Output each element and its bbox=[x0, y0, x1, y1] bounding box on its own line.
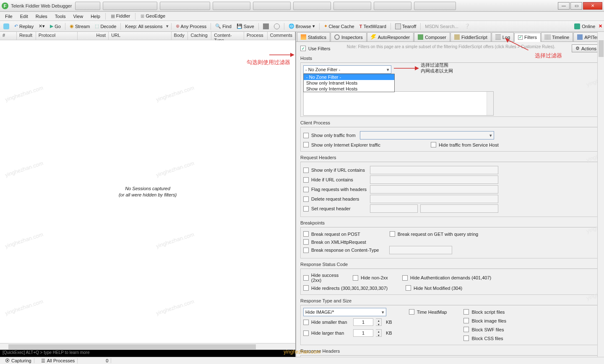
chk-hide-redir[interactable] bbox=[303, 285, 309, 291]
chk-flag-req[interactable] bbox=[303, 187, 309, 192]
chk-bp-ct[interactable] bbox=[303, 248, 309, 253]
actions-button[interactable]: ⚙Actions bbox=[572, 44, 600, 52]
h-scrollbar[interactable] bbox=[0, 343, 295, 350]
status-capturing[interactable]: ⦿Capturing bbox=[3, 358, 34, 363]
zone-opt-intranet[interactable]: Show only Intranet Hosts bbox=[304, 80, 394, 86]
status-processes[interactable]: ☰All Processes bbox=[39, 358, 78, 364]
browse-button[interactable]: 🌐 Browse ▾ bbox=[287, 23, 317, 30]
chk-set-req[interactable] bbox=[303, 206, 309, 212]
col-host[interactable]: Host bbox=[78, 32, 109, 40]
col-url[interactable]: URL bbox=[109, 32, 171, 40]
timer-button[interactable] bbox=[272, 23, 281, 30]
tab-composer[interactable]: Composer bbox=[414, 32, 450, 41]
col-contenttype[interactable]: Content-Type bbox=[211, 32, 244, 40]
chk-hide-smaller[interactable] bbox=[303, 320, 309, 325]
clear-cache-button[interactable]: ✦ Clear Cache bbox=[322, 23, 356, 30]
keep-sessions-button[interactable]: Keep: All sessions bbox=[123, 23, 164, 30]
hosts-textarea[interactable] bbox=[303, 91, 494, 116]
comment-button[interactable] bbox=[2, 23, 11, 30]
url-contains-input[interactable] bbox=[370, 166, 498, 174]
set-req-value-input[interactable] bbox=[420, 204, 498, 213]
menu-help[interactable]: Help bbox=[87, 13, 104, 20]
hide-url-input[interactable] bbox=[370, 176, 498, 184]
del-req-input[interactable] bbox=[370, 195, 498, 203]
col-num[interactable]: # bbox=[0, 32, 17, 40]
tab-inspectors[interactable]: Inspectors bbox=[331, 32, 367, 41]
remove-button[interactable]: ✕▾ bbox=[37, 23, 47, 30]
menu-geoedge[interactable]: ⊞ GeoEdge bbox=[137, 13, 169, 20]
zone-opt-internet[interactable]: Show only Internet Hosts bbox=[304, 86, 394, 92]
chk-ie-only[interactable] bbox=[303, 142, 309, 147]
any-process-button[interactable]: ⊕ Any Process bbox=[174, 23, 208, 30]
textwizard-button[interactable]: T TextWizard bbox=[358, 23, 388, 30]
zone-opt-none[interactable]: - No Zone Filter - bbox=[304, 74, 394, 80]
tab-filters[interactable]: Filters bbox=[514, 33, 541, 42]
menu-view[interactable]: View bbox=[70, 13, 87, 20]
larger-spinner[interactable] bbox=[376, 329, 382, 337]
menu-file[interactable]: File bbox=[2, 13, 16, 20]
chk-del-req[interactable] bbox=[303, 196, 309, 202]
find-button[interactable]: 🔍 Find bbox=[213, 23, 233, 30]
decode-button[interactable]: ⬚ Decode bbox=[93, 23, 118, 30]
zone-filter-combo[interactable]: - No Zone Filter - - No Zone Filter - Sh… bbox=[303, 65, 391, 74]
tab-fiddlerscript[interactable]: FiddlerScript bbox=[450, 32, 491, 41]
screenshot-button[interactable] bbox=[261, 23, 271, 30]
chk-block-css[interactable] bbox=[463, 336, 469, 341]
use-filters-checkbox[interactable]: Use Filters bbox=[300, 46, 331, 51]
client-process-combo[interactable] bbox=[360, 131, 494, 139]
tearoff-button[interactable]: Tearoff bbox=[393, 23, 418, 30]
tab-log[interactable]: Log bbox=[492, 32, 514, 41]
col-body[interactable]: Body bbox=[172, 32, 188, 40]
tab-autoresponder[interactable]: AutoResponder bbox=[367, 32, 414, 41]
go-button[interactable]: ▶ Go bbox=[48, 23, 62, 30]
tab-statistics[interactable]: Statistics bbox=[297, 32, 330, 41]
chk-client-only[interactable] bbox=[303, 133, 309, 138]
right-scrollbar[interactable] bbox=[597, 32, 604, 357]
col-caching[interactable]: Caching bbox=[188, 32, 211, 40]
menu-rules[interactable]: Rules bbox=[32, 13, 51, 20]
bp-ct-input[interactable] bbox=[389, 246, 452, 254]
save-button[interactable]: 💾 Save bbox=[235, 23, 256, 30]
menu-edit[interactable]: Edit bbox=[17, 13, 31, 20]
larger-input[interactable] bbox=[353, 329, 373, 337]
menu-tools[interactable]: Tools bbox=[52, 13, 69, 20]
chk-hide-non2xx[interactable] bbox=[353, 275, 358, 281]
col-result[interactable]: Result bbox=[17, 32, 36, 40]
col-process[interactable]: Process bbox=[244, 32, 268, 40]
chk-heatmap[interactable] bbox=[409, 309, 414, 315]
smaller-spinner[interactable] bbox=[376, 318, 382, 326]
chk-hide-url[interactable] bbox=[303, 177, 309, 183]
sessions-grid[interactable]: yinghezhan.com yinghezhan.com yinghezhan… bbox=[0, 40, 295, 343]
menu-fiddler[interactable]: ▦ Fiddler bbox=[107, 13, 134, 20]
smaller-input[interactable] bbox=[353, 318, 373, 326]
chk-block-swf[interactable] bbox=[463, 327, 469, 332]
stream-button[interactable]: ◉ Stream bbox=[68, 23, 91, 30]
replay-button[interactable]: ↶ Replay bbox=[13, 23, 35, 30]
flag-req-input[interactable] bbox=[370, 185, 498, 194]
quickexec-bar[interactable]: [QuickExec] ALT+Q > type HELP to learn m… bbox=[0, 350, 295, 357]
msdn-search-input[interactable]: MSDN Search... bbox=[423, 23, 461, 30]
chk-hide-304[interactable] bbox=[406, 285, 411, 291]
chk-block-script[interactable] bbox=[463, 309, 469, 315]
chk-url-contains[interactable] bbox=[303, 168, 309, 173]
chk-hide-auth[interactable] bbox=[402, 275, 408, 281]
help-icon-button[interactable]: ❔ bbox=[463, 23, 472, 30]
chk-svc-hide[interactable] bbox=[431, 142, 436, 147]
minimize-button[interactable]: — bbox=[558, 2, 570, 10]
camera-icon bbox=[263, 23, 269, 29]
close-button[interactable]: ✕ bbox=[583, 2, 602, 10]
set-req-name-input[interactable] bbox=[370, 204, 418, 213]
chk-bp-xhr[interactable] bbox=[303, 239, 309, 245]
maximize-button[interactable]: ▭ bbox=[570, 2, 582, 10]
col-comments[interactable]: Comments bbox=[268, 32, 295, 40]
annotation-zone: 选择过滤范围内网或者以太网 bbox=[421, 62, 453, 74]
chk-bp-post[interactable] bbox=[303, 231, 309, 237]
hide-type-combo[interactable]: Hide IMAGE/* bbox=[303, 308, 386, 316]
chk-block-img[interactable] bbox=[463, 318, 469, 323]
tab-timeline[interactable]: Timeline bbox=[541, 32, 573, 41]
col-protocol[interactable]: Protocol bbox=[36, 32, 78, 40]
close-toolbar-button[interactable]: ✕ bbox=[599, 23, 602, 29]
chk-bp-get[interactable] bbox=[390, 231, 395, 237]
chk-hide-2xx[interactable] bbox=[303, 275, 309, 281]
chk-hide-larger[interactable] bbox=[303, 330, 309, 336]
